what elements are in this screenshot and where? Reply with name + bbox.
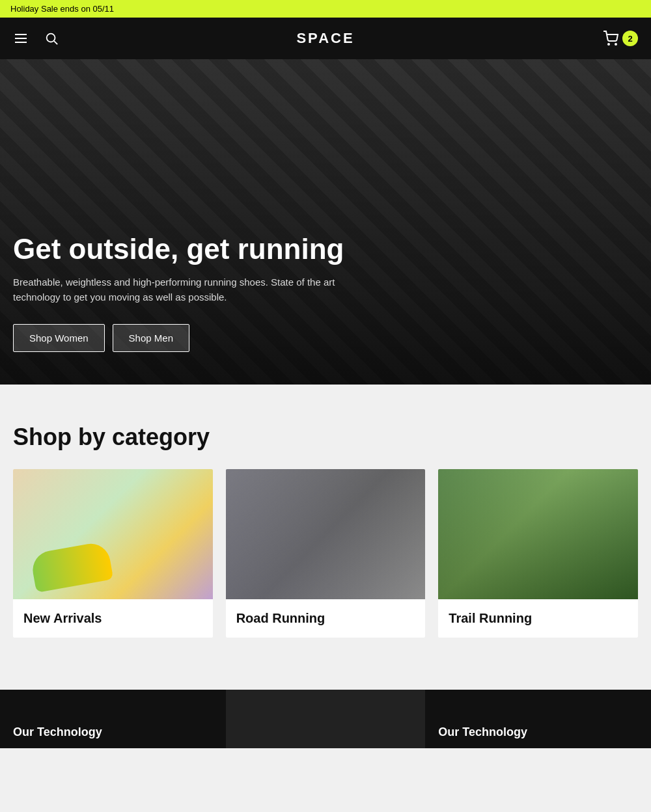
cart-button[interactable]: 2 <box>600 28 641 49</box>
technology-section: Our Technology Our Technology <box>0 664 651 748</box>
hero-title: Get outside, get running <box>13 234 344 265</box>
trail-running-label: Trail Running <box>438 599 638 638</box>
hamburger-icon <box>13 31 29 46</box>
svg-line-4 <box>54 41 57 44</box>
announcement-bar: Holiday Sale ends on 05/11 <box>0 0 651 18</box>
category-section-title: Shop by category <box>13 424 638 451</box>
tech-label-3: Our Technology <box>438 725 527 739</box>
hero-subtitle: Breathable, weightless and high-performi… <box>13 275 339 304</box>
announcement-text: Holiday Sale ends on 05/11 <box>10 4 114 14</box>
cart-icon <box>603 31 618 46</box>
shop-women-button[interactable]: Shop Women <box>13 324 105 352</box>
trail-running-image <box>438 469 638 599</box>
svg-point-5 <box>608 44 609 45</box>
hero-content: Get outside, get running Breathable, wei… <box>0 234 357 385</box>
header: SPACE 2 <box>0 18 651 59</box>
category-section: Shop by category New Arrivals Road Runni… <box>0 385 651 664</box>
search-icon <box>44 31 59 46</box>
new-arrivals-image <box>13 469 213 599</box>
svg-point-3 <box>47 34 55 42</box>
tech-card-3[interactable]: Our Technology <box>425 690 651 748</box>
tech-label-1: Our Technology <box>13 725 102 739</box>
tech-card-2[interactable] <box>226 690 426 748</box>
category-card-new-arrivals[interactable]: New Arrivals <box>13 469 213 638</box>
tech-card-1[interactable]: Our Technology <box>0 690 226 748</box>
category-card-road-running[interactable]: Road Running <box>226 469 426 638</box>
site-logo[interactable]: SPACE <box>296 30 354 47</box>
menu-button[interactable] <box>10 28 31 49</box>
road-running-label: Road Running <box>226 599 426 638</box>
category-grid: New Arrivals Road Running Trail Running <box>13 469 638 638</box>
shop-men-button[interactable]: Shop Men <box>113 324 189 352</box>
svg-point-6 <box>615 44 616 45</box>
cart-count: 2 <box>622 31 638 46</box>
hero-buttons: Shop Women Shop Men <box>13 324 344 352</box>
road-running-image <box>226 469 426 599</box>
new-arrivals-label: New Arrivals <box>13 599 213 638</box>
technology-grid: Our Technology Our Technology <box>0 690 651 748</box>
category-card-trail-running[interactable]: Trail Running <box>438 469 638 638</box>
header-right: 2 <box>600 28 641 49</box>
search-button[interactable] <box>42 29 61 48</box>
hero-section: Get outside, get running Breathable, wei… <box>0 59 651 385</box>
header-left <box>10 28 61 49</box>
